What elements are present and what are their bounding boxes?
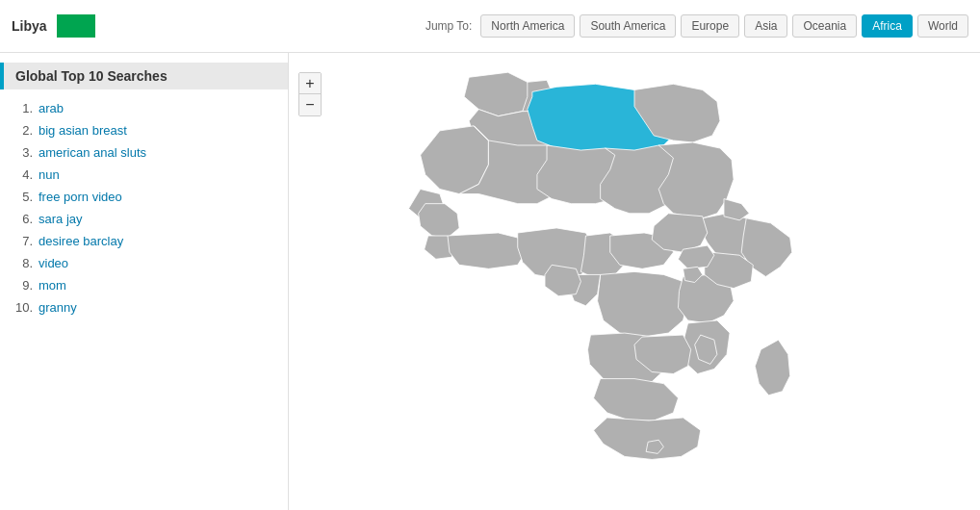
list-item: 8. video <box>12 252 276 274</box>
search-term-link[interactable]: arab <box>39 101 64 115</box>
rank: 8. <box>12 256 33 270</box>
region-btn-world[interactable]: World <box>917 14 968 38</box>
rank: 4. <box>12 167 33 182</box>
zoom-in-button[interactable]: + <box>299 73 321 94</box>
search-list: 1. arab 2. big asian breast 3. american … <box>0 97 288 319</box>
search-term-link[interactable]: free porn video <box>39 190 122 204</box>
region-btn-africa[interactable]: Africa <box>862 14 913 38</box>
jump-to-label: Jump To: <box>426 19 472 33</box>
map-area: + − <box>289 53 980 510</box>
region-btn-south-america[interactable]: South America <box>580 14 676 38</box>
region-btn-asia[interactable]: Asia <box>744 14 787 38</box>
search-term-link[interactable]: mom <box>39 278 66 293</box>
list-item: 9. mom <box>12 274 276 296</box>
region-btn-oceania[interactable]: Oceania <box>792 14 857 38</box>
rank: 6. <box>12 212 33 226</box>
search-term-link[interactable]: video <box>39 256 68 270</box>
list-item: 3. american anal sluts <box>12 141 276 164</box>
rank: 7. <box>12 234 33 248</box>
rank: 5. <box>12 190 33 204</box>
jump-to-section: Jump To: North America South America Eur… <box>426 14 968 38</box>
rank: 9. <box>12 278 33 293</box>
zoom-controls: + − <box>298 72 322 116</box>
country-flag <box>57 14 95 38</box>
list-item: 2. big asian breast <box>12 119 276 141</box>
header: Libya Jump To: North America South Ameri… <box>0 0 980 53</box>
list-item: 6. sara jay <box>12 208 276 230</box>
region-btn-europe[interactable]: Europe <box>681 14 739 38</box>
list-item: 7. desiree barclay <box>12 230 276 252</box>
left-panel: Global Top 10 Searches 1. arab 2. big as… <box>0 53 289 510</box>
country-label: Libya <box>12 18 47 34</box>
search-term-link[interactable]: american anal sluts <box>39 145 146 160</box>
rank: 2. <box>12 123 33 138</box>
zoom-out-button[interactable]: − <box>299 94 321 115</box>
list-item: 1. arab <box>12 97 276 119</box>
list-item: 5. free porn video <box>12 186 276 208</box>
panel-title: Global Top 10 Searches <box>0 63 288 89</box>
search-term-link[interactable]: granny <box>39 300 77 315</box>
search-term-link[interactable]: desiree barclay <box>39 234 123 248</box>
rank: 3. <box>12 145 33 160</box>
search-term-link[interactable]: nun <box>39 167 60 182</box>
list-item: 4. nun <box>12 164 276 186</box>
list-item: 10. granny <box>12 296 276 319</box>
africa-map <box>289 53 980 510</box>
main-content: Global Top 10 Searches 1. arab 2. big as… <box>0 53 980 510</box>
rank: 1. <box>12 101 33 115</box>
region-btn-north-america[interactable]: North America <box>480 14 575 38</box>
search-term-link[interactable]: sara jay <box>39 212 83 226</box>
search-term-link[interactable]: big asian breast <box>39 123 127 138</box>
rank: 10. <box>12 300 33 315</box>
